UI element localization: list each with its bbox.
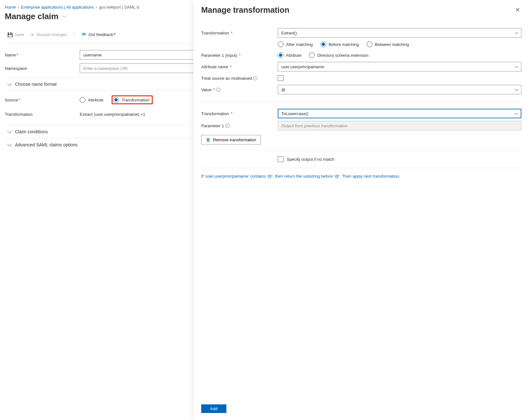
chevron-down-icon [515, 31, 518, 34]
more-icon[interactable]: ··· [62, 14, 66, 19]
source-attribute-radio[interactable]: Attribute [80, 97, 103, 103]
treat-multivalued-checkbox[interactable] [278, 75, 283, 81]
match-between-label: Between matching [375, 42, 409, 47]
attribute-name-value: user.userprincipalname [281, 64, 324, 69]
separator [201, 150, 521, 151]
chevron-down-icon [514, 111, 518, 115]
specify-output-checkbox[interactable] [278, 156, 283, 162]
transformation1-label: Transformation* [201, 31, 278, 35]
choose-name-format-label: Choose name format [15, 82, 57, 87]
specify-output-label: Specify output if no match [287, 157, 334, 162]
match-after-radio[interactable]: After matching [278, 41, 313, 47]
trash-icon: 🗑 [206, 137, 210, 142]
chevron-down-icon [7, 129, 12, 133]
match-between-radio[interactable]: Between matching [367, 41, 409, 47]
match-before-label: Before matching [329, 42, 359, 47]
chevron-down-icon [515, 64, 518, 68]
manage-transformation-panel: Manage transformation ✕ Transformation* … [194, 0, 529, 420]
remove-transformation-label: Remove transformation [213, 137, 256, 142]
transformation-explanation: If 'user.userprincipalname' contains '@'… [201, 174, 521, 179]
namespace-label: Namespace [5, 66, 80, 71]
chevron-right-icon: › [96, 5, 97, 10]
remove-transformation-button[interactable]: 🗑 Remove transformation [201, 135, 261, 144]
breadcrumb-enterprise-apps[interactable]: Enterprise applications | All applicatio… [21, 5, 94, 10]
save-button[interactable]: 💾 Save [5, 31, 27, 39]
transformation1-dropdown[interactable]: Extract() [278, 28, 521, 38]
discard-label: Discard changes [36, 32, 67, 37]
value-label: Value* i [201, 87, 278, 92]
add-button[interactable]: Add [201, 404, 226, 413]
source-attribute-label: Attribute [88, 98, 103, 102]
radio-icon [278, 41, 283, 47]
value-dropdown[interactable]: @ [278, 85, 521, 94]
source-transformation-radio[interactable]: Transformation [113, 97, 149, 103]
close-icon[interactable]: ✕ [514, 5, 521, 15]
param1-dse-radio[interactable]: Directory schema extension [309, 52, 368, 58]
source-transformation-highlight: Transformation [112, 95, 153, 104]
save-icon: 💾 [7, 32, 13, 37]
attribute-name-label: Attribute name* [201, 64, 278, 69]
transformation2-label: Transformation* [201, 111, 278, 116]
param1-attribute-radio[interactable]: Attribute [278, 52, 301, 58]
feedback-button[interactable]: Got feedback? [79, 30, 118, 39]
source-transformation-label: Transformation [121, 98, 149, 102]
transformation2-value: ToLowercase() [281, 111, 308, 116]
discard-icon: ✕ [31, 32, 34, 37]
transformation-summary-value: Extract (user.userprincipalname) +1 [80, 112, 145, 117]
source-label: Source* [5, 98, 80, 102]
transformation-summary-label: Transformation [5, 112, 80, 117]
feedback-label: Got feedback? [88, 32, 115, 37]
treat-multivalued-label: Treat source as multivalued i [201, 76, 278, 81]
radio-checked-icon [113, 97, 119, 103]
match-after-label: After matching [286, 42, 313, 47]
name-label: Name* [5, 53, 80, 57]
match-before-radio[interactable]: Before matching [320, 41, 359, 47]
breadcrumb-current: gus-teleport | SAML-b [99, 5, 139, 10]
chevron-down-icon [7, 81, 12, 86]
discard-button[interactable]: ✕ Discard changes [28, 31, 70, 39]
transformation1-value: Extract() [281, 31, 297, 35]
parameter1-placeholder: Output from previous transformation [281, 123, 348, 128]
value-value: @ [281, 87, 285, 92]
chevron-right-icon: › [18, 5, 19, 10]
page-title: Manage claim [5, 11, 58, 21]
info-icon[interactable]: i [253, 76, 257, 80]
radio-checked-icon [278, 52, 283, 58]
separator [201, 168, 521, 168]
toolbar-separator [74, 32, 74, 38]
radio-icon [367, 41, 372, 47]
panel-title: Manage transformation [201, 5, 289, 15]
feedback-icon [81, 32, 86, 38]
param1-attribute-label: Attribute [286, 53, 301, 58]
breadcrumb-home[interactable]: Home [5, 5, 16, 10]
attribute-name-dropdown[interactable]: user.userprincipalname [278, 62, 521, 71]
transformation2-dropdown[interactable]: ToLowercase() [278, 109, 521, 118]
param1-dse-label: Directory schema extension [317, 53, 368, 58]
parameter1-input-label: Parameter 1 (Input)* [201, 53, 278, 58]
radio-icon [80, 97, 85, 103]
radio-checked-icon [320, 41, 326, 47]
chevron-down-icon [7, 142, 12, 146]
parameter1-label: Parameter 1 i [201, 123, 278, 128]
parameter1-output-field: Output from previous transformation [278, 121, 521, 130]
advanced-saml-label: Advanced SAML claims options [15, 142, 77, 147]
save-label: Save [15, 32, 24, 37]
separator [201, 101, 521, 102]
radio-icon [309, 52, 315, 58]
info-icon[interactable]: i [225, 124, 230, 128]
info-icon[interactable]: i [216, 88, 220, 92]
claim-conditions-label: Claim conditions [15, 129, 48, 134]
chevron-down-icon [515, 87, 518, 91]
